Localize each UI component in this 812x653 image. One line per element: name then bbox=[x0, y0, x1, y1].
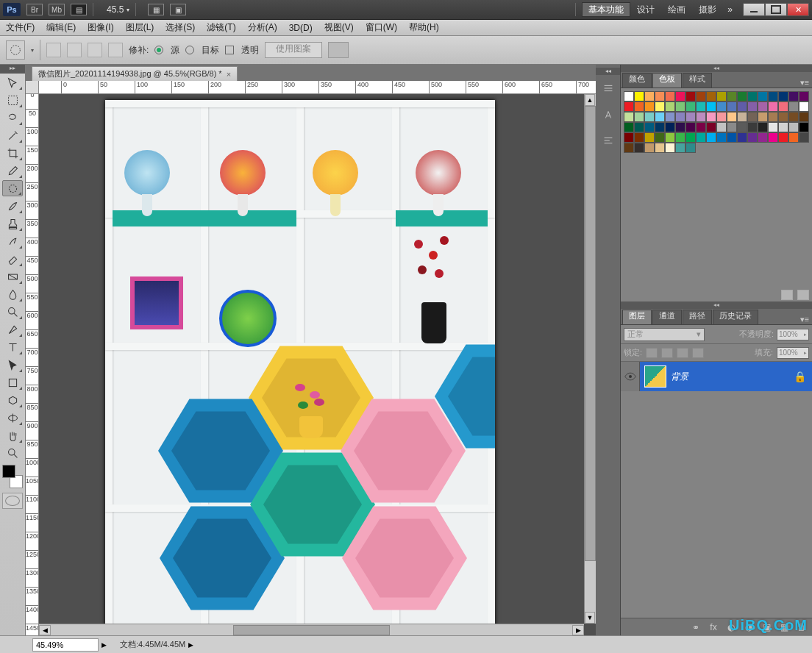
pattern-swatch[interactable] bbox=[328, 42, 349, 58]
lock-position-icon[interactable] bbox=[677, 348, 688, 358]
swatch[interactable] bbox=[716, 101, 727, 112]
workspace-paint[interactable]: 绘画 bbox=[661, 2, 692, 17]
new-swatch-icon[interactable] bbox=[781, 290, 793, 300]
film-strip-icon[interactable]: ▤ bbox=[71, 4, 87, 15]
swatch[interactable] bbox=[737, 122, 747, 132]
hand-tool[interactable] bbox=[2, 427, 23, 443]
gradient-tool[interactable] bbox=[2, 268, 23, 285]
status-zoom-arrow[interactable]: ▶ bbox=[102, 641, 107, 649]
swatch[interactable] bbox=[655, 143, 665, 153]
swatch[interactable] bbox=[768, 101, 778, 112]
workspace-design[interactable]: 设计 bbox=[630, 2, 661, 17]
toolbox-collapse[interactable]: ▸▸ bbox=[0, 65, 25, 74]
character-panel-icon[interactable] bbox=[599, 106, 617, 124]
panels-collapse[interactable]: ◂◂ bbox=[621, 65, 812, 72]
swatch[interactable] bbox=[747, 112, 758, 122]
swatch[interactable] bbox=[788, 122, 799, 132]
swatch[interactable] bbox=[634, 112, 644, 122]
swatch[interactable] bbox=[727, 112, 737, 122]
layer-thumbnail[interactable] bbox=[644, 365, 666, 388]
swatch[interactable] bbox=[778, 91, 788, 101]
horizontal-ruler[interactable]: 5010005010015020025030035040045050055060… bbox=[39, 81, 596, 94]
swatch[interactable] bbox=[665, 122, 675, 132]
swatch[interactable] bbox=[644, 143, 655, 153]
3d-camera-tool[interactable] bbox=[2, 410, 23, 426]
window-minimize[interactable] bbox=[743, 3, 765, 16]
swatch[interactable] bbox=[665, 143, 675, 153]
layer-name[interactable]: 背景 bbox=[671, 371, 688, 383]
swatch[interactable] bbox=[655, 112, 665, 122]
swatch[interactable] bbox=[675, 101, 685, 112]
pen-tool[interactable] bbox=[2, 321, 23, 338]
swatch[interactable] bbox=[737, 132, 747, 143]
swatch[interactable] bbox=[644, 112, 655, 122]
menu-image[interactable]: 图像(I) bbox=[82, 21, 119, 34]
swatch[interactable] bbox=[675, 122, 685, 132]
swatch[interactable] bbox=[634, 101, 644, 112]
swatch[interactable] bbox=[685, 132, 696, 143]
swatch[interactable] bbox=[758, 101, 768, 112]
tab-history[interactable]: 历史记录 bbox=[713, 310, 758, 324]
swatch[interactable] bbox=[655, 132, 665, 143]
swatch[interactable] bbox=[778, 112, 788, 122]
workspace-more[interactable]: » bbox=[723, 4, 737, 15]
swatch[interactable] bbox=[685, 91, 696, 101]
swatch[interactable] bbox=[675, 91, 685, 101]
swatch[interactable] bbox=[665, 91, 675, 101]
menu-view[interactable]: 视图(V) bbox=[318, 21, 360, 34]
swatch[interactable] bbox=[778, 122, 788, 132]
subtract-selection-icon[interactable] bbox=[88, 43, 102, 57]
wand-tool[interactable] bbox=[2, 127, 23, 143]
swatch[interactable] bbox=[675, 112, 685, 122]
swatch[interactable] bbox=[665, 101, 675, 112]
panel-menu-icon[interactable]: ▾≡ bbox=[800, 315, 809, 324]
tab-paths[interactable]: 路径 bbox=[683, 310, 712, 324]
brush-tool[interactable] bbox=[2, 198, 23, 214]
swatch[interactable] bbox=[634, 122, 644, 132]
history-panel-icon[interactable] bbox=[599, 79, 617, 97]
swatch[interactable] bbox=[788, 112, 799, 122]
swatch[interactable] bbox=[799, 91, 809, 101]
swatch[interactable] bbox=[799, 122, 809, 132]
window-close[interactable] bbox=[787, 3, 809, 16]
path-select-tool[interactable] bbox=[2, 357, 23, 373]
bridge-button[interactable]: Br bbox=[26, 4, 43, 15]
canvas[interactable] bbox=[39, 94, 584, 624]
paragraph-panel-icon[interactable] bbox=[599, 132, 617, 150]
swatch[interactable] bbox=[778, 132, 788, 143]
swatch[interactable] bbox=[696, 112, 706, 122]
strip-collapse[interactable]: ◂◂ bbox=[596, 68, 620, 75]
scrollbar-thumb[interactable] bbox=[233, 625, 390, 635]
3d-tool[interactable] bbox=[2, 392, 23, 408]
swatch[interactable] bbox=[644, 132, 655, 143]
shape-tool[interactable] bbox=[2, 374, 23, 390]
swatch[interactable] bbox=[696, 132, 706, 143]
swatch[interactable] bbox=[655, 122, 665, 132]
status-doc-arrow[interactable]: ▶ bbox=[188, 641, 193, 649]
tab-layers[interactable]: 图层 bbox=[622, 310, 652, 324]
foreground-color[interactable] bbox=[2, 465, 15, 478]
swatch[interactable] bbox=[758, 112, 768, 122]
swatch[interactable] bbox=[624, 132, 634, 143]
swatch[interactable] bbox=[716, 122, 727, 132]
swatch[interactable] bbox=[758, 132, 768, 143]
swatch[interactable] bbox=[727, 101, 737, 112]
menu-file[interactable]: 文件(F) bbox=[0, 21, 40, 34]
zoom-tool[interactable] bbox=[2, 445, 23, 461]
swatch[interactable] bbox=[706, 132, 716, 143]
swatch[interactable] bbox=[675, 132, 685, 143]
history-brush-tool[interactable] bbox=[2, 233, 23, 249]
swatch[interactable] bbox=[758, 122, 768, 132]
swatch[interactable] bbox=[727, 132, 737, 143]
swatch[interactable] bbox=[737, 112, 747, 122]
swatch[interactable] bbox=[624, 143, 634, 153]
blend-mode-select[interactable]: 正常▾ bbox=[624, 328, 705, 341]
swatch[interactable] bbox=[634, 132, 644, 143]
swatch[interactable] bbox=[768, 112, 778, 122]
swatch[interactable] bbox=[644, 122, 655, 132]
vertical-scrollbar[interactable]: ▲▼ bbox=[584, 94, 596, 624]
quick-mask-toggle[interactable] bbox=[2, 493, 23, 509]
swatch[interactable] bbox=[696, 101, 706, 112]
layer-row[interactable]: 背景 🔒 bbox=[621, 362, 812, 391]
swatch[interactable] bbox=[799, 112, 809, 122]
